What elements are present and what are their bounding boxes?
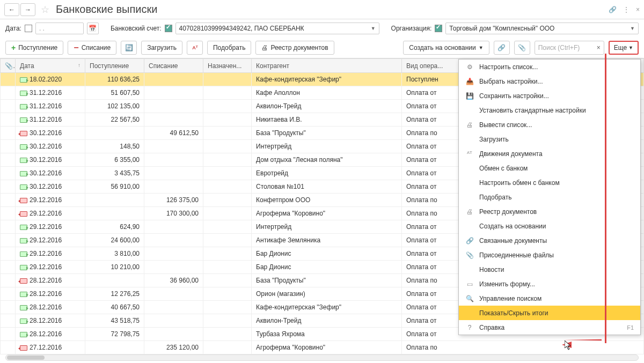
direction-icon	[20, 292, 27, 297]
annotation-arrow-head	[562, 342, 572, 348]
direction-icon	[20, 305, 27, 310]
menu-item[interactable]: ? Справка F1	[459, 320, 640, 335]
page-title: Банковские выписки	[56, 3, 157, 16]
col-date[interactable]: Дата↑	[16, 59, 85, 73]
receipt-button[interactable]: +Поступление	[5, 41, 63, 55]
date-filter-check[interactable]	[25, 25, 32, 32]
direction-icon	[20, 158, 27, 163]
close-icon[interactable]: ×	[636, 6, 640, 13]
menu-item[interactable]: Обмен с банком	[459, 161, 640, 175]
menu-item[interactable]: Установить стандартные настройки	[459, 103, 640, 117]
menu-item[interactable]: Новости	[459, 262, 640, 277]
menu-item[interactable]: 💾 Сохранить настройки...	[459, 88, 640, 103]
direction-icon	[20, 131, 27, 136]
menu-icon	[465, 193, 474, 202]
menu-item[interactable]: 🔗 Связанные документы	[459, 233, 640, 248]
org-combo[interactable]: Торговый дом "Комплексный" ООО ▼	[445, 23, 639, 34]
col-in[interactable]: Поступление	[85, 59, 144, 73]
col-out[interactable]: Списание	[144, 59, 203, 73]
menu-icon: ᴬᵀ	[465, 150, 474, 158]
menu-icon	[465, 222, 474, 231]
direction-icon	[20, 77, 27, 83]
menu-item[interactable]: ▭ Изменить форму...	[459, 277, 640, 291]
menu-icon	[465, 309, 474, 317]
menu-icon: ▭	[465, 280, 474, 288]
menu-icon: ?	[465, 323, 474, 332]
direction-icon	[20, 332, 27, 337]
calendar-icon[interactable]: 📅	[87, 23, 99, 34]
direction-icon	[20, 144, 27, 150]
search-input[interactable]: Поиск (Ctrl+F) ×	[535, 41, 604, 55]
pick-button[interactable]: Подобрать	[207, 41, 251, 55]
writeoff-button[interactable]: −Списание	[68, 41, 116, 55]
menu-icon: 📎	[465, 251, 474, 260]
direction-icon	[20, 184, 27, 190]
date-input[interactable]: . .	[35, 23, 84, 34]
col-attach[interactable]: 📎	[1, 59, 16, 73]
direction-icon	[20, 238, 27, 243]
horizontal-scrollbar[interactable]	[5, 354, 639, 361]
menu-item[interactable]: Показать/Скрыть итоги	[459, 306, 640, 320]
related-docs-button[interactable]: 🔗	[494, 41, 510, 55]
direction-icon	[20, 211, 27, 217]
menu-item[interactable]: Загрузить	[459, 132, 640, 146]
chevron-down-icon: ▼	[371, 26, 376, 31]
table-row[interactable]: 27.12.2016 235 120,00 Агроферма "Коровин…	[1, 341, 644, 354]
direction-icon	[20, 171, 27, 176]
date-label: Дата:	[5, 25, 21, 32]
menu-icon	[465, 179, 474, 187]
create-based-button[interactable]: Создать на основании ▼	[403, 41, 489, 55]
menu-icon: 📥	[465, 77, 474, 86]
menu-icon: 🔗	[465, 236, 474, 245]
kebab-icon[interactable]: ⋮	[623, 6, 630, 13]
col-contra[interactable]: Контрагент	[252, 59, 402, 73]
menu-icon	[465, 135, 474, 144]
clear-search-icon[interactable]: ×	[597, 44, 601, 51]
menu-item[interactable]: ᴬᵀ Движения документа	[459, 146, 640, 161]
direction-icon	[20, 225, 27, 230]
org-label: Организация:	[391, 25, 432, 32]
menu-icon	[465, 265, 474, 274]
direction-icon	[20, 117, 27, 123]
registry-button[interactable]: 🖨 Реестр документов	[255, 41, 334, 55]
menu-item[interactable]: Создать на основании	[459, 219, 640, 233]
menu-icon: 🖨	[465, 208, 474, 216]
account-label: Банковский счет:	[111, 25, 162, 32]
attach-button[interactable]: 📎	[514, 41, 530, 55]
direction-icon	[20, 91, 27, 96]
menu-item[interactable]: 🖨 Реестр документов	[459, 204, 640, 219]
direction-icon	[20, 198, 27, 203]
menu-icon: ⚙	[465, 63, 474, 71]
menu-item[interactable]: 🖨 Вывести список...	[459, 117, 640, 132]
direction-icon	[20, 104, 27, 109]
menu-item[interactable]: 📎 Присоединенные файлы	[459, 248, 640, 262]
account-combo[interactable]: 40702810399994349242, ПАО СБЕРБАНК ▼	[175, 23, 379, 34]
menu-item[interactable]: Подобрать	[459, 190, 640, 204]
menu-item[interactable]: 🔍 Управление поиском	[459, 291, 640, 306]
refresh-button[interactable]: 🔄	[121, 41, 137, 55]
org-filter-check[interactable]	[435, 25, 442, 32]
menu-icon	[465, 164, 474, 173]
account-filter-check[interactable]	[165, 25, 172, 32]
forward-button[interactable]: →	[20, 3, 35, 16]
direction-icon	[20, 251, 27, 257]
menu-icon: 🖨	[465, 121, 474, 129]
more-dropdown: ⚙ Настроить список... 📥 Выбрать настройк…	[458, 59, 641, 335]
more-button[interactable]: Еще▼	[609, 41, 639, 55]
load-button[interactable]: Загрузить	[141, 41, 182, 55]
direction-icon	[20, 278, 27, 284]
menu-item[interactable]: 📥 Выбрать настройки...	[459, 74, 640, 88]
col-purpose[interactable]: Назначен...	[203, 59, 252, 73]
direction-icon	[20, 318, 27, 324]
direction-icon	[20, 345, 27, 351]
direction-icon	[20, 265, 27, 270]
star-icon[interactable]: ☆	[39, 3, 52, 16]
back-button[interactable]: ←	[4, 3, 19, 16]
menu-item[interactable]: ⚙ Настроить список...	[459, 60, 640, 74]
dt-kt-button[interactable]: Aᵀ	[187, 41, 203, 55]
menu-icon: 🔍	[465, 294, 474, 303]
menu-item[interactable]: Настроить обмен с банком	[459, 175, 640, 190]
menu-icon: 💾	[465, 92, 474, 100]
link-icon[interactable]: 🔗	[609, 6, 617, 13]
chevron-down-icon: ▼	[630, 26, 635, 31]
